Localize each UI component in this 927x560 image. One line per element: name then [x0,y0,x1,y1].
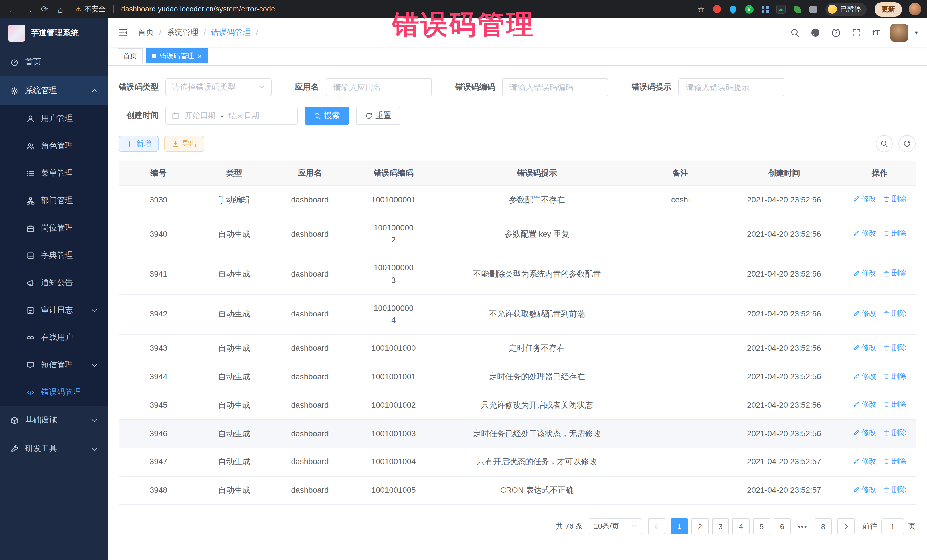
edit-link[interactable]: 修改 [853,427,876,439]
profile-paused-chip[interactable]: 已暂停 [825,3,866,16]
tag-close-icon[interactable]: × [198,52,202,59]
edit-link[interactable]: 修改 [853,268,876,279]
error-hint-input[interactable] [678,78,784,96]
delete-link[interactable]: 删除 [883,193,906,205]
toggle-search-button[interactable] [876,135,893,152]
edit-link[interactable]: 修改 [853,399,876,410]
search-button[interactable]: 搜索 [305,107,349,125]
date-range-picker[interactable]: 开始日期 - 结束日期 [166,107,298,125]
delete-link[interactable]: 删除 [883,484,906,495]
page-button[interactable]: 8 [815,519,832,535]
extension-leaf-icon[interactable] [792,4,802,14]
delete-link[interactable]: 删除 [883,342,906,354]
sidebar-item[interactable]: 首页 [0,48,108,76]
add-button[interactable]: 新增 [119,136,159,152]
edit-link[interactable]: 修改 [853,484,876,495]
breadcrumb-item[interactable]: 错误码管理 [211,27,264,38]
delete-link[interactable]: 删除 [883,399,906,410]
font-size-icon[interactable]: tT [872,28,880,37]
edit-link[interactable]: 修改 [853,228,876,239]
column-header: 备注 [637,161,724,186]
extension-drop-icon[interactable] [728,4,738,14]
edit-link[interactable]: 修改 [853,342,876,354]
extension-red-icon[interactable] [712,4,722,14]
browser-update-button[interactable]: 更新 [874,2,902,16]
sidebar-logo[interactable]: 芋道管理系统 [0,18,108,48]
page-button[interactable]: 4 [732,519,749,535]
goto-page-input[interactable] [881,519,904,535]
extension-puzzle-icon[interactable] [808,4,818,14]
sidebar-item[interactable]: 字典管理 [0,242,108,269]
column-header: 错误码编码 [350,161,437,186]
breadcrumb-item[interactable]: 首页 [138,27,167,38]
sidebar-item[interactable]: 研发工具 [0,434,108,463]
sidebar-item[interactable]: 部门管理 [0,187,108,214]
prev-page-button[interactable] [648,519,665,535]
page-button[interactable]: 2 [691,519,708,535]
reset-button[interactable]: 重置 [356,107,400,125]
sidebar-item[interactable]: 错误码管理 [0,379,108,406]
delete-link[interactable]: 删除 [883,456,906,467]
cell-id: 3939 [119,186,198,214]
breadcrumb-item[interactable]: 系统管理 [167,27,211,38]
cell-operations: 修改 删除 [844,254,916,294]
search-icon[interactable] [790,28,800,37]
sidebar-item[interactable]: 菜单管理 [0,160,108,187]
sidebar-item[interactable]: 岗位管理 [0,214,108,242]
error-code-input[interactable] [502,78,608,96]
tag-item[interactable]: 错误码管理 × [146,49,207,63]
delete-link[interactable]: 删除 [883,370,906,382]
browser-profile-avatar[interactable] [909,3,921,15]
app-name-input[interactable] [326,78,432,96]
sidebar-item[interactable]: 在线用户 [0,324,108,351]
page-button[interactable]: ••• [794,519,811,535]
page-button[interactable]: 5 [753,519,770,535]
user-avatar[interactable] [891,24,909,41]
sidebar-item[interactable]: 通知公告 [0,269,108,296]
edit-link[interactable]: 修改 [853,370,876,382]
browser-back-icon[interactable]: ← [6,2,20,16]
hamburger-icon[interactable] [117,27,128,38]
edit-link[interactable]: 修改 [853,456,876,467]
cell-hint: CRON 表达式不正确 [438,476,637,505]
refresh-table-button[interactable] [898,135,916,152]
github-icon[interactable] [811,28,821,37]
address-url[interactable]: dashboard.yudao.iocoder.cn/system/error-… [121,5,275,13]
sidebar-item[interactable]: 用户管理 [0,105,108,132]
search-button-label: 搜索 [324,111,340,121]
page-button[interactable]: 1 [671,519,688,535]
sidebar-item[interactable]: 基础设施 [0,406,108,434]
edit-link[interactable]: 修改 [853,308,876,319]
browser-chrome: ← → ⟳ ⌂ ⚠ 不安全 dashboard.yudao.iocoder.cn… [0,0,927,18]
delete-link[interactable]: 删除 [883,308,906,319]
sidebar-item[interactable]: 角色管理 [0,132,108,160]
delete-link[interactable]: 删除 [883,427,906,439]
export-button[interactable]: 导出 [164,136,204,152]
cell-app: dashboard [270,391,350,420]
browser-forward-icon[interactable]: → [22,2,35,16]
security-indicator[interactable]: ⚠ 不安全 [75,4,106,14]
extension-on-icon[interactable]: on [776,4,786,14]
cell-remark [637,476,724,505]
tag-item[interactable]: 首页 × [117,49,143,63]
fullscreen-icon[interactable] [852,28,862,37]
page-size-select[interactable]: 10条/页 [589,519,642,535]
extension-v-icon[interactable]: V [744,4,754,14]
delete-link[interactable]: 删除 [883,228,906,239]
extension-grid-icon[interactable] [760,4,770,14]
sidebar-item[interactable]: 系统管理 [0,76,108,105]
delete-link[interactable]: 删除 [883,268,906,279]
edit-link[interactable]: 修改 [853,193,876,205]
sidebar-item[interactable]: 审计日志 [0,296,108,324]
delete-icon [883,373,890,379]
bookmark-star-icon[interactable]: ☆ [698,5,705,14]
browser-reload-icon[interactable]: ⟳ [38,2,51,16]
avatar-caret-icon[interactable]: ▾ [915,29,918,36]
next-page-button[interactable] [837,519,854,535]
help-icon[interactable] [831,28,841,37]
page-button[interactable]: 3 [712,519,729,535]
page-button[interactable]: 6 [774,519,791,535]
browser-home-icon[interactable]: ⌂ [54,2,67,16]
sidebar-item[interactable]: 短信管理 [0,351,108,379]
error-type-select[interactable]: 请选择错误码类型 [166,78,272,96]
